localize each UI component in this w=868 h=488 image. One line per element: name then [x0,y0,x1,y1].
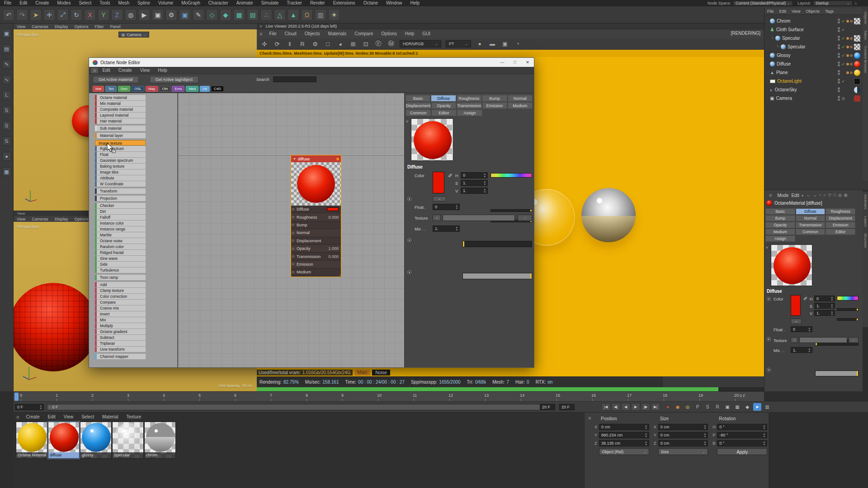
menu-modes[interactable]: Modes [53,0,75,6]
input-port[interactable] [292,208,294,211]
node-type-octane-material[interactable]: Octane material [95,95,146,100]
menu-spline[interactable]: Spline [133,0,154,6]
tab-roughness[interactable]: Roughness [826,208,855,215]
octane-tag-dots[interactable] [846,71,853,74]
side-tab-takes[interactable]: Takes [863,30,868,40]
octane-tag-dots[interactable] [846,20,853,23]
node-type-octane-noise[interactable]: Octane noise [95,238,146,244]
node-type-image-tiles[interactable]: Image tiles [95,169,146,175]
om-menu-view[interactable]: View [789,8,803,14]
range-track[interactable]: ‖ 0 F [47,404,549,410]
octane-tag-dots[interactable] [846,46,853,48]
input-port[interactable] [292,255,294,258]
chip-gen[interactable]: Gen [118,86,130,92]
val-field[interactable]: 1.▴▾ [461,188,488,194]
hue-gradient-slider[interactable] [491,173,532,178]
node-type-image-texture[interactable]: Image texture [95,140,146,145]
hue-field[interactable]: 0▴▾ [814,296,835,301]
color-radio[interactable] [767,297,771,301]
diffuse-node-header[interactable]: ▼ diffuse [291,155,341,162]
object-name[interactable]: Cloth Surface [776,27,804,32]
tab-assign[interactable]: Assign [765,235,795,242]
make-editable-icon[interactable]: ◇ [206,9,218,21]
viewport-label[interactable]: Perspective [17,225,38,229]
new-panel-icon[interactable]: ⊞ [844,193,848,197]
get-active-material-button[interactable]: Get Active material [93,76,139,83]
menu-simulate[interactable]: Simulate [257,0,283,6]
side-tab-attributes[interactable]: Attributes [863,194,868,210]
float-field[interactable]: 0▴▾ [433,204,460,210]
diffuse-node[interactable]: ▼ diffuse DiffuseRoughness0.000BumpNorma… [291,155,341,277]
viewport-camera-dropdown[interactable]: ▣ Camera ⌄ [118,32,149,38]
node-type-projection[interactable]: Projection [95,196,146,201]
visibility-dots[interactable] [838,70,840,75]
node-type-uvw-transform[interactable]: Uvw transform [95,347,146,352]
texture-field[interactable] [443,215,515,221]
y-axis-button[interactable]: Y [98,9,109,21]
edges-mode-icon[interactable]: △ [274,9,286,21]
mix-radio[interactable] [767,368,771,372]
node-type-composite-material[interactable]: Composite material [95,107,146,112]
aov-icon[interactable]: ▬ [488,40,496,48]
kernel-settings-icon[interactable]: ⚙ [311,40,319,48]
float-field[interactable]: 0▴▾ [791,326,812,332]
visibility-dots[interactable] [838,96,840,101]
object-row-octanesky[interactable]: ·◐OctaneSky [764,85,862,94]
object-row-glossy[interactable]: ·Glossy✓ [764,51,862,60]
node-type-layered-material[interactable]: Layered material [95,113,146,118]
keyframe-selection-icon[interactable]: ◎ [684,403,692,411]
menu-icon[interactable]: ≡ [14,414,22,420]
hue-field[interactable]: 0▴▾ [461,172,488,178]
node-type-rgb-spectrum[interactable]: Rgb spectrum [95,146,146,151]
rotate-icon[interactable]: ↻ [71,9,82,21]
tab-diffuse[interactable]: Diffuse [796,208,826,215]
checker-tag-icon[interactable]: ▦ [2,167,11,176]
menu-mesh[interactable]: Mesh [114,0,133,6]
snap-toggle-icon[interactable]: ◆ [743,403,751,411]
input-port[interactable] [292,216,294,218]
menu-icon[interactable]: ≡ [257,31,265,37]
key-pla-icon[interactable]: ▦ [733,403,741,411]
material-thumb[interactable] [854,87,860,93]
ne-menu-help[interactable]: Help [154,67,171,74]
tab-emission[interactable]: Emission [826,222,855,228]
menu-icon[interactable]: ≡ [91,68,98,73]
node-param-normal[interactable]: Normal [291,229,341,237]
octane-node-editor-window[interactable]: Octane Node Editor —□✕ ≡ EditCreateViewH… [89,57,534,368]
enable-check-icon[interactable]: ✓ [841,62,845,66]
menu-character[interactable]: Character [204,0,232,6]
pen-tool-icon[interactable]: ✎ [193,9,204,21]
render-picture-viewer-icon[interactable]: ▣ [152,9,164,21]
visibility-dots[interactable] [838,87,840,92]
key-position-icon[interactable]: P [693,403,702,411]
tab-main[interactable]: Main [354,370,371,375]
material-name[interactable]: chrom [145,452,175,458]
target-icon[interactable]: ◎ [838,193,842,197]
model-mode-icon[interactable]: ◆ [220,9,231,21]
apply-button[interactable]: Apply [717,448,767,455]
tab-diffuse[interactable]: Diffuse [431,95,456,102]
tab-basic[interactable]: Basic [765,208,795,215]
enable-check-icon[interactable]: ✓ [841,79,845,84]
coord-system-icon[interactable]: ◍ [125,9,137,21]
menu-mograph[interactable]: MoGraph [177,0,204,6]
visibility-dots[interactable] [838,19,840,23]
node-type-color-correction[interactable]: Color correction [95,294,146,299]
viewport-menu-view[interactable]: View [14,216,28,222]
mat-menu-select[interactable]: Select [77,414,98,420]
node-type-transform[interactable]: Transform [95,188,146,194]
coord-field-rotation-b[interactable]: 0 °▴▾ [717,440,767,446]
node-space-select[interactable]: Current (Standard/Physical) ⌄ [733,0,793,6]
node-param-roughness[interactable]: Roughness0.000 [291,213,341,221]
chip-utl[interactable]: Utl [200,86,210,92]
material-item-diffuse[interactable]: diffuse [48,422,80,459]
search-icon[interactable]: ○ [823,193,826,197]
enable-check-icon[interactable]: ✓ [841,19,845,23]
object-row-plane[interactable]: ·▲Plane [764,68,862,77]
quantize-icon[interactable]: ▥ [763,403,771,411]
octane-tag-dots[interactable] [846,54,853,57]
object-name[interactable]: Diffuse [777,61,791,66]
material-name[interactable]: Octane Material [16,452,47,458]
mat-menu-material[interactable]: Material [98,414,123,420]
node-type-gaussian-spectrum[interactable]: Gaussian spectrum [95,158,146,163]
